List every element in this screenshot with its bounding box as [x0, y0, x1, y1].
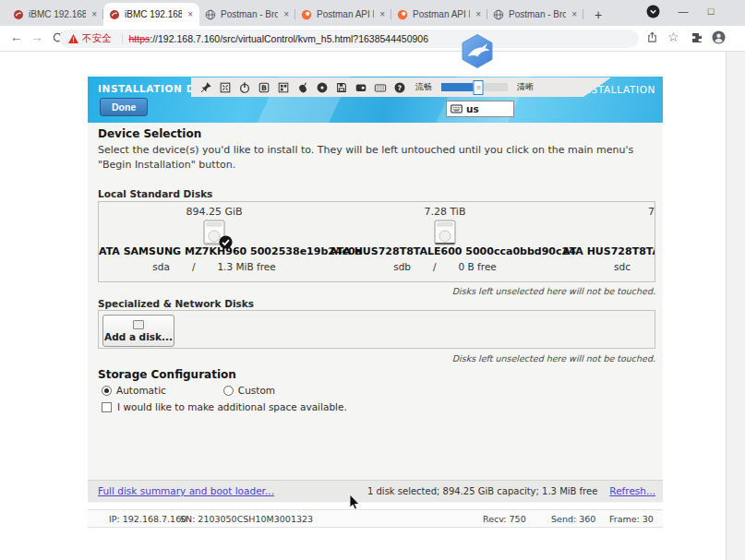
device-selection-description: Select the device(s) you'd like to insta…: [98, 143, 650, 173]
specialized-disks-panel: Add a disk...: [98, 310, 655, 349]
postman-favicon: [397, 9, 408, 20]
mouse-icon[interactable]: [295, 80, 309, 94]
kvm-remote-screen: INSTALLATION DEST INSTALLATION Done us B: [88, 77, 663, 503]
pin-icon[interactable]: [198, 80, 212, 94]
disk-dev: sdc: [614, 261, 631, 272]
ibmc-favicon: [109, 9, 120, 20]
share-icon[interactable]: [646, 31, 658, 46]
tab-close-icon[interactable]: ×: [571, 9, 578, 19]
kvm-status-bar: IP: 192.168.7.160 SN: 2103050CSH10M30013…: [88, 509, 663, 528]
tab-title: iBMC 192.168.7.16: [29, 9, 86, 19]
back-button[interactable]: ←: [7, 30, 26, 44]
url-text: ://192.168.7.160/src/virtualControl/kvm_…: [150, 33, 428, 44]
slider-right-label: 清晰: [517, 81, 534, 93]
disk-name: ATA SAMSUNG MZ7KH960 5002538e19b24c0a: [99, 245, 330, 257]
custom-label: Custom: [238, 385, 275, 396]
disk-size: 7: [648, 206, 655, 218]
partitioning-radios: Automatic Custom: [102, 385, 275, 396]
power-icon[interactable]: [237, 80, 251, 94]
bold-b-icon[interactable]: B: [257, 80, 270, 94]
window-minimize-button[interactable]: —: [670, 0, 696, 22]
tab-close-icon[interactable]: ×: [379, 9, 386, 19]
disk-name: ATA HUS728T8TAL: [562, 245, 655, 257]
tab-title: Postman - Browse: [509, 9, 566, 19]
additional-space-checkbox[interactable]: [102, 402, 112, 412]
browser-menu-circle-icon[interactable]: [646, 5, 660, 22]
status-sn: SN: 2103050CSH10M3001323: [180, 514, 313, 524]
screen-tiles-icon[interactable]: [276, 80, 290, 94]
selection-summary: 1 disk selected; 894.25 GiB capacity; 1.…: [367, 486, 597, 496]
ibmc-favicon: [13, 9, 24, 20]
automatic-label: Automatic: [116, 385, 166, 396]
floppy-icon[interactable]: [334, 80, 348, 94]
tab-close-icon[interactable]: ×: [475, 9, 482, 19]
address-bar: ← → 不安全 https://192.168.7.160/src/virtua…: [0, 26, 745, 52]
kvm-toolbar: B ? 流畅: [191, 77, 611, 97]
record-icon[interactable]: [354, 80, 367, 94]
installer-footer: Full disk summary and boot loader... 1 d…: [88, 480, 663, 502]
virtual-keyboard-icon[interactable]: [373, 80, 387, 94]
disk-drive-icon: [203, 220, 225, 245]
device-selection-title: Device Selection: [98, 127, 201, 140]
disk-dev: sdb: [393, 261, 411, 272]
tab-title: Postman API Platfo: [317, 9, 374, 19]
tab-ibmc-1[interactable]: iBMC 192.168.7.16 ×: [7, 3, 103, 26]
keyboard-layout-indicator[interactable]: us: [446, 101, 514, 117]
url-divider: [122, 33, 123, 44]
refresh-link[interactable]: Refresh...: [609, 485, 655, 496]
status-frame: Frame: 30: [609, 514, 654, 524]
tab-close-icon[interactable]: ×: [90, 9, 98, 19]
new-tab-button[interactable]: +: [589, 6, 607, 24]
window-maximize-button[interactable]: □: [698, 0, 724, 22]
tab-close-icon[interactable]: ×: [186, 9, 194, 19]
done-button[interactable]: Done: [100, 98, 148, 116]
help-icon[interactable]: ?: [392, 80, 406, 94]
local-disks-panel: 894.25 GiB ATA SAMSUNG MZ7KH960 5002538e…: [98, 201, 655, 282]
add-disk-label: Add a disk...: [104, 331, 173, 342]
disk-dev: sda: [152, 261, 170, 272]
slider-left-label: 流畅: [415, 81, 432, 93]
url-field[interactable]: 不安全 https://192.168.7.160/src/virtualCon…: [59, 30, 639, 48]
disk-sda[interactable]: 894.25 GiB ATA SAMSUNG MZ7KH960 5002538e…: [99, 202, 330, 281]
fullscreen-icon[interactable]: [218, 80, 232, 94]
tab-title: Postman - Browse: [221, 9, 278, 19]
profile-avatar[interactable]: [712, 30, 726, 47]
tab-postman-browse-2[interactable]: Postman - Browse ×: [487, 3, 583, 26]
additional-space-row: I would like to make additional space av…: [102, 401, 347, 412]
globe-favicon: [493, 9, 504, 20]
status-send: Send: 360: [551, 514, 595, 524]
custom-radio[interactable]: [223, 386, 234, 396]
add-disk-button[interactable]: Add a disk...: [102, 315, 174, 347]
security-warning-label: 不安全: [82, 32, 112, 45]
forward-button[interactable]: →: [28, 30, 46, 44]
disk-slash: /: [433, 261, 437, 272]
disk-drive-icon: [434, 220, 456, 245]
disk-sdb[interactable]: 7.28 TiB ATA HUS728T8TALE600 5000cca0bbd…: [330, 202, 560, 281]
disk-name: ATA HUS728T8TALE600 5000cca0bbd90c24: [330, 245, 560, 257]
tab-postman-api-1[interactable]: Postman API Platfo ×: [295, 3, 391, 26]
svg-text:B: B: [261, 84, 267, 92]
additional-space-label: I would like to make additional space av…: [117, 401, 347, 412]
disk-sdc[interactable]: 7 ATA HUS728T8TAL sdc: [560, 202, 655, 281]
tab-postman-api-2[interactable]: Postman API Platfo ×: [391, 3, 487, 26]
full-disk-summary-link[interactable]: Full disk summary and boot loader...: [98, 485, 274, 496]
automatic-radio[interactable]: [102, 386, 112, 396]
specialized-disks-label: Specialized & Network Disks: [98, 298, 254, 309]
url-protocol: https: [129, 33, 150, 44]
browser-window: iBMC 192.168.7.16 × iBMC 192.168.7.16 × …: [0, 0, 745, 560]
star-icon[interactable]: ☆: [667, 30, 679, 44]
cd-icon[interactable]: [315, 80, 329, 94]
tab-ibmc-2-active[interactable]: iBMC 192.168.7.16 ×: [103, 3, 199, 26]
add-disk-icon: [133, 320, 144, 329]
storage-configuration-title: Storage Configuration: [98, 368, 236, 381]
disk-slash: /: [192, 261, 196, 272]
status-ip: IP: 192.168.7.160: [109, 514, 186, 524]
extension-icon[interactable]: [691, 31, 703, 47]
window-right-edge: [726, 52, 745, 560]
quality-slider[interactable]: ≡: [441, 83, 508, 91]
tab-close-icon[interactable]: ×: [282, 9, 290, 19]
disk-size: 7.28 TiB: [330, 206, 560, 218]
tab-postman-browse-1[interactable]: Postman - Browse ×: [199, 3, 295, 26]
floating-bird-widget-icon[interactable]: [460, 33, 495, 69]
slider-handle[interactable]: ≡: [474, 80, 484, 95]
